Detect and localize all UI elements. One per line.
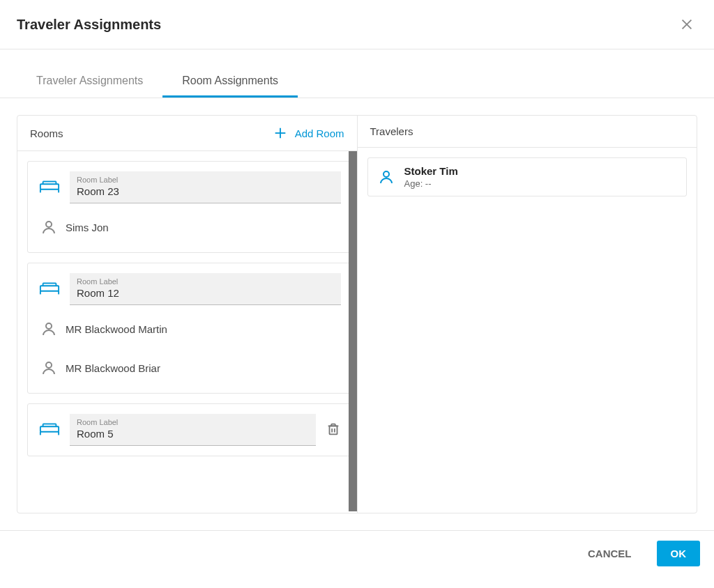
room-label-field-value: Room 12 bbox=[77, 287, 334, 299]
rooms-scrollbar-thumb[interactable] bbox=[349, 151, 357, 511]
add-room-button[interactable]: Add Room bbox=[273, 125, 344, 141]
person-icon bbox=[40, 359, 57, 376]
svg-rect-25 bbox=[329, 426, 337, 434]
rooms-panel-title: Rooms bbox=[30, 127, 63, 139]
occupant-name: MR Blackwood Martin bbox=[66, 323, 167, 335]
content-area: Rooms Add Room Room LabelRoom 23Sims Jon… bbox=[17, 115, 697, 513]
room-label-field-label: Room Label bbox=[77, 418, 309, 426]
svg-point-29 bbox=[383, 171, 389, 177]
occupant-name: MR Blackwood Briar bbox=[66, 362, 160, 374]
person-icon bbox=[40, 219, 57, 235]
room-occupant[interactable]: Sims Jon bbox=[39, 212, 341, 242]
rooms-scrollbar[interactable] bbox=[349, 151, 357, 511]
room-label-input[interactable]: Room LabelRoom 12 bbox=[70, 273, 341, 305]
tab-traveler-assignments[interactable]: Traveler Assignments bbox=[17, 66, 162, 98]
room-card-header: Room LabelRoom 23 bbox=[39, 171, 341, 203]
traveler-age: Age: -- bbox=[404, 178, 458, 189]
room-card-header: Room LabelRoom 12 bbox=[39, 273, 341, 305]
person-icon bbox=[40, 320, 57, 337]
room-label-field-label: Room Label bbox=[77, 176, 334, 184]
room-label-input[interactable]: Room LabelRoom 23 bbox=[70, 171, 341, 203]
room-label-input[interactable]: Room LabelRoom 5 bbox=[70, 414, 316, 446]
traveler-card[interactable]: Stoker TimAge: -- bbox=[367, 157, 688, 196]
svg-point-18 bbox=[46, 362, 52, 368]
room-label-field-value: Room 5 bbox=[77, 428, 309, 440]
room-occupant[interactable]: MR Blackwood Briar bbox=[39, 353, 341, 383]
cancel-button[interactable]: CANCEL bbox=[574, 541, 646, 566]
rooms-panel-header: Rooms Add Room bbox=[17, 116, 357, 151]
dialog-footer: CANCEL OK bbox=[0, 530, 714, 576]
close-icon bbox=[679, 17, 694, 32]
trash-icon bbox=[326, 421, 341, 437]
room-card[interactable]: Room LabelRoom 23Sims Jon bbox=[27, 161, 353, 253]
close-button[interactable] bbox=[676, 14, 697, 35]
svg-point-17 bbox=[46, 323, 52, 329]
bed-icon bbox=[39, 280, 60, 299]
room-label-field-value: Room 23 bbox=[77, 185, 334, 197]
ok-button[interactable]: OK bbox=[657, 541, 701, 566]
dialog-header: Traveler Assignments bbox=[0, 0, 714, 49]
traveler-info: Stoker TimAge: -- bbox=[404, 165, 458, 189]
room-card[interactable]: Room LabelRoom 12MR Blackwood MartinMR B… bbox=[27, 263, 353, 394]
tab-room-assignments[interactable]: Room Assignments bbox=[162, 66, 298, 98]
room-label-field-label: Room Label bbox=[77, 277, 334, 286]
svg-point-10 bbox=[46, 222, 52, 227]
rooms-list: Room LabelRoom 23Sims JonRoom LabelRoom … bbox=[17, 151, 357, 476]
plus-icon bbox=[273, 125, 288, 141]
room-occupant[interactable]: MR Blackwood Martin bbox=[39, 314, 341, 344]
travelers-panel: Travelers Stoker TimAge: -- bbox=[358, 116, 697, 513]
travelers-panel-title: Travelers bbox=[370, 125, 413, 137]
svg-rect-11 bbox=[40, 286, 59, 291]
room-card[interactable]: Room LabelRoom 5 bbox=[27, 403, 353, 456]
room-card-header: Room LabelRoom 5 bbox=[39, 414, 341, 446]
dialog-title: Traveler Assignments bbox=[17, 17, 161, 33]
traveler-name: Stoker Tim bbox=[404, 165, 458, 177]
tabs: Traveler Assignments Room Assignments bbox=[0, 66, 714, 98]
add-room-label: Add Room bbox=[295, 127, 344, 139]
bed-icon bbox=[39, 421, 60, 440]
travelers-panel-header: Travelers bbox=[358, 116, 697, 148]
svg-rect-19 bbox=[40, 426, 59, 432]
travelers-list: Stoker TimAge: -- bbox=[358, 148, 697, 513]
delete-room-button[interactable] bbox=[326, 421, 341, 439]
bed-icon bbox=[39, 178, 60, 197]
occupant-name: Sims Jon bbox=[66, 222, 109, 233]
rooms-panel: Rooms Add Room Room LabelRoom 23Sims Jon… bbox=[17, 116, 357, 513]
svg-rect-4 bbox=[40, 184, 59, 189]
person-icon bbox=[378, 169, 395, 185]
